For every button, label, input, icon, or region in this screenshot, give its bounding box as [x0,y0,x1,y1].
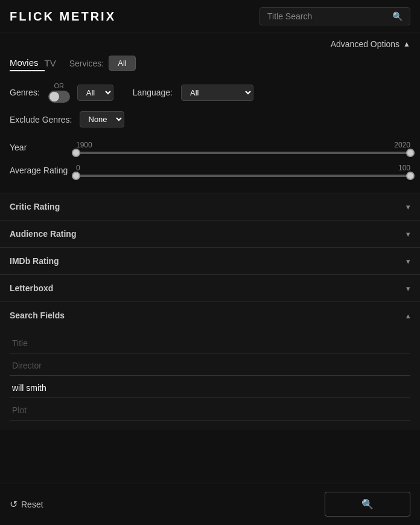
section-search-fields-title: Search Fields [10,311,65,320]
collapsible-sections: Critic Rating ▾ Audience Rating ▾ IMDb R… [0,193,420,430]
exclude-genres-row: Exclude Genres: None [0,108,420,135]
media-tabs-row: Movies TV Services: All [0,53,420,77]
chevron-down-icon: ▾ [406,202,410,211]
section-search-fields: Search Fields ▴ [0,301,420,430]
year-slider-thumb-left[interactable] [72,149,80,157]
year-slider-thumb-right[interactable] [406,149,415,157]
director-field[interactable] [10,356,410,376]
services-label: Services: [69,59,104,68]
year-slider-track[interactable] [76,152,410,154]
rating-max-label: 100 [398,164,410,172]
chevron-up-icon: ▴ [406,311,410,320]
language-select[interactable]: All [181,85,253,101]
chevron-down-icon: ▾ [406,230,410,239]
section-imdb-rating: IMDb Rating ▾ [0,247,420,274]
genres-language-row: Genres: OR All Language: All [0,77,420,108]
header: FLICK METRIX 🔍 [0,0,420,33]
year-min-label: 1900 [76,141,92,149]
advanced-options-label: Advanced Options [331,39,399,49]
section-critic-rating-header[interactable]: Critic Rating ▾ [0,193,420,220]
exclude-genres-label: Exclude Genres: [10,115,72,124]
section-letterboxd-title: Letterboxd [10,283,53,293]
reset-label: Reset [21,500,43,509]
year-range-row: Year 1900 2020 [10,141,410,154]
or-label: OR [54,82,65,89]
title-search-input[interactable] [267,11,392,21]
search-fields-body [0,329,420,430]
plot-field[interactable] [10,401,410,420]
title-search-bar[interactable]: 🔍 [259,7,410,25]
section-audience-rating-header[interactable]: Audience Rating ▾ [0,221,420,247]
genres-select[interactable]: All [77,85,113,101]
rating-min-label: 0 [76,164,80,172]
app-logo: FLICK METRIX [10,10,116,24]
section-imdb-rating-header[interactable]: IMDb Rating ▾ [0,248,420,274]
year-slider-fill [76,152,410,154]
title-field[interactable] [10,333,410,353]
section-letterboxd: Letterboxd ▾ [0,274,420,301]
chevron-down-icon: ▾ [406,284,410,293]
exclude-genres-select[interactable]: None [80,111,124,127]
advanced-options-button[interactable]: Advanced Options ▲ [331,39,410,49]
average-rating-label: Average Rating [10,166,68,175]
tab-tv[interactable]: TV [45,56,62,71]
range-section: Year 1900 2020 Average Rating 0 100 [0,135,420,193]
section-imdb-rating-title: IMDb Rating [10,256,59,266]
section-audience-rating: Audience Rating ▾ [0,220,420,247]
search-icon: 🔍 [392,11,402,21]
year-range-col: 1900 2020 [76,141,410,154]
section-critic-rating-title: Critic Rating [10,202,60,211]
reset-icon: ↺ [10,498,18,510]
section-search-fields-header[interactable]: Search Fields ▴ [0,302,420,329]
tab-movies[interactable]: Movies [10,55,45,71]
chevron-up-icon: ▲ [403,40,410,48]
genres-label: Genres: [10,88,40,97]
rating-slider-thumb-left[interactable] [72,172,80,180]
rating-slider-fill [76,175,410,177]
section-letterboxd-header[interactable]: Letterboxd ▾ [0,275,420,301]
search-submit-button[interactable]: 🔍 [325,492,410,517]
average-rating-range-row: Average Rating 0 100 [10,164,410,177]
chevron-down-icon: ▾ [406,257,410,266]
or-toggle[interactable] [48,91,70,103]
actor-field[interactable] [10,378,410,398]
year-max-label: 2020 [394,141,410,149]
rating-slider-thumb-right[interactable] [406,172,415,180]
search-submit-icon: 🔍 [361,498,374,510]
average-rating-range-col: 0 100 [76,164,410,177]
footer: ↺ Reset 🔍 [0,483,420,525]
or-toggle-wrap: OR [48,82,70,103]
advanced-options-bar: Advanced Options ▲ [0,33,420,53]
reset-button[interactable]: ↺ Reset [10,498,43,510]
services-all-button[interactable]: All [109,56,135,71]
language-label: Language: [133,88,173,97]
section-critic-rating: Critic Rating ▾ [0,193,420,220]
year-label: Year [10,143,27,152]
rating-slider-track[interactable] [76,175,410,177]
section-audience-rating-title: Audience Rating [10,229,76,239]
